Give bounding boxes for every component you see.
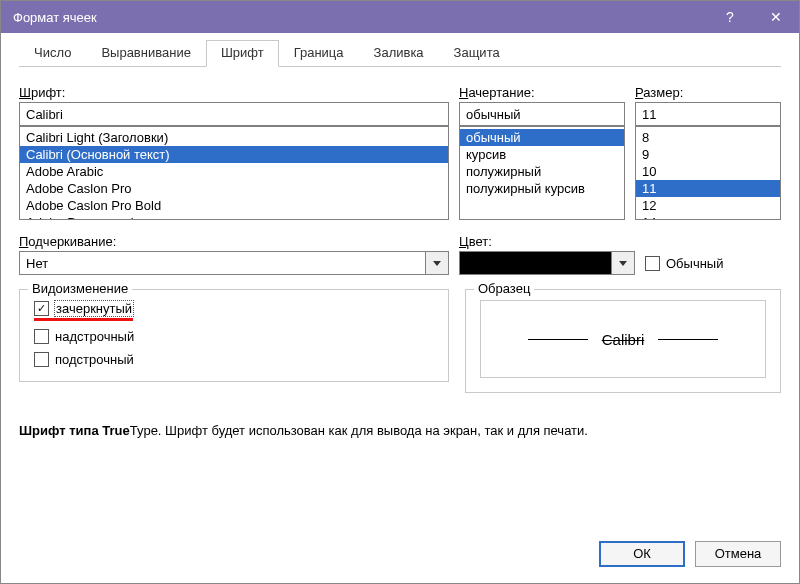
- size-input[interactable]: [635, 102, 781, 126]
- color-swatch: [459, 251, 611, 275]
- checkbox-icon: [34, 301, 49, 316]
- subscript-label: подстрочный: [55, 352, 134, 367]
- size-label: Размер:: [635, 85, 781, 100]
- font-input[interactable]: [19, 102, 449, 126]
- size-listbox[interactable]: 8 9 10 11 12 14: [635, 126, 781, 220]
- tab-border[interactable]: Граница: [279, 40, 359, 67]
- tab-number[interactable]: Число: [19, 40, 86, 67]
- checkbox-icon: [645, 256, 660, 271]
- list-item[interactable]: 11: [636, 180, 780, 197]
- list-item[interactable]: 9: [636, 146, 780, 163]
- list-item[interactable]: 8: [636, 129, 780, 146]
- normal-font-checkbox[interactable]: Обычный: [645, 256, 723, 271]
- chevron-down-icon[interactable]: [425, 251, 449, 275]
- tab-strip: Число Выравнивание Шрифт Граница Заливка…: [19, 39, 781, 67]
- style-listbox[interactable]: обычный курсив полужирный полужирный кур…: [459, 126, 625, 220]
- titlebar: Формат ячеек ? ✕: [1, 1, 799, 33]
- tab-alignment[interactable]: Выравнивание: [86, 40, 205, 67]
- format-cells-dialog: Формат ячеек ? ✕ Число Выравнивание Шриф…: [0, 0, 800, 584]
- strikethrough-label: зачеркнутый: [55, 301, 133, 316]
- preview-line-right: [658, 339, 718, 340]
- cancel-button[interactable]: Отмена: [695, 541, 781, 567]
- preview-line-left: [528, 339, 588, 340]
- list-item[interactable]: 12: [636, 197, 780, 214]
- list-item[interactable]: Adobe Arabic: [20, 163, 448, 180]
- list-item[interactable]: курсив: [460, 146, 624, 163]
- list-item[interactable]: полужирный: [460, 163, 624, 180]
- list-item[interactable]: Calibri (Основной текст): [20, 146, 448, 163]
- style-label: Начертание:: [459, 85, 625, 100]
- color-label: Цвет:: [459, 234, 635, 249]
- preview-group-title: Образец: [474, 281, 534, 296]
- list-item[interactable]: Adobe Caslon Pro: [20, 180, 448, 197]
- preview-box: Calibri: [480, 300, 766, 378]
- preview-group: Образец Calibri: [465, 289, 781, 393]
- tab-protection[interactable]: Защита: [439, 40, 515, 67]
- font-label: Шрифт:: [19, 85, 449, 100]
- style-input[interactable]: [459, 102, 625, 126]
- underline-input[interactable]: [19, 251, 425, 275]
- list-item[interactable]: 14: [636, 214, 780, 220]
- tab-font[interactable]: Шрифт: [206, 40, 279, 67]
- window-title: Формат ячеек: [13, 10, 707, 25]
- superscript-label: надстрочный: [55, 329, 134, 344]
- close-button[interactable]: ✕: [753, 1, 799, 33]
- dialog-footer: ОК Отмена: [1, 527, 799, 583]
- strikethrough-checkbox[interactable]: зачеркнутый: [34, 301, 133, 316]
- underline-label: Подчеркивание:: [19, 234, 449, 249]
- preview-text: Calibri: [602, 331, 645, 348]
- color-combo[interactable]: [459, 251, 635, 275]
- superscript-checkbox[interactable]: надстрочный: [34, 329, 134, 344]
- effects-group: Видоизменение зачеркнутый: [19, 289, 449, 382]
- font-listbox[interactable]: Calibri Light (Заголовки) Calibri (Основ…: [19, 126, 449, 220]
- list-item[interactable]: Calibri Light (Заголовки): [20, 129, 448, 146]
- list-item[interactable]: Adobe Caslon Pro Bold: [20, 197, 448, 214]
- checkbox-icon: [34, 352, 49, 367]
- checkbox-icon: [34, 329, 49, 344]
- font-description: Шрифт типа TrueType. Шрифт будет использ…: [19, 423, 781, 438]
- normal-font-label: Обычный: [666, 256, 723, 271]
- chevron-down-icon[interactable]: [611, 251, 635, 275]
- underline-combo[interactable]: [19, 251, 449, 275]
- list-item[interactable]: обычный: [460, 129, 624, 146]
- subscript-checkbox[interactable]: подстрочный: [34, 352, 134, 367]
- help-button[interactable]: ?: [707, 1, 753, 33]
- tab-fill[interactable]: Заливка: [359, 40, 439, 67]
- effects-group-title: Видоизменение: [28, 281, 132, 296]
- list-item[interactable]: Adobe Devanagari: [20, 214, 448, 220]
- list-item[interactable]: 10: [636, 163, 780, 180]
- list-item[interactable]: полужирный курсив: [460, 180, 624, 197]
- ok-button[interactable]: ОК: [599, 541, 685, 567]
